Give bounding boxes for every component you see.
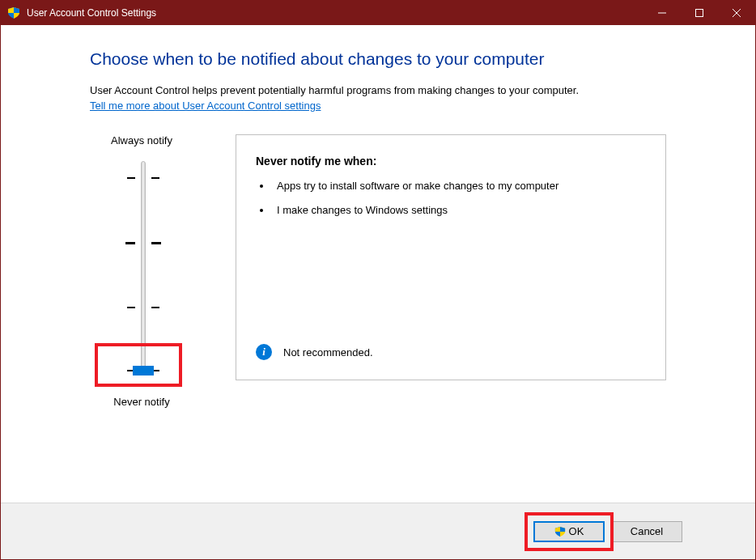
titlebar: User Account Control Settings — [1, 1, 755, 25]
svg-rect-1 — [696, 10, 703, 17]
slider-tick — [151, 177, 159, 179]
slider-column: Always notify Never notify — [90, 134, 193, 408]
notification-panel: Never notify me when: Apps try to instal… — [236, 134, 666, 380]
dialog-footer: OK Cancel — [1, 503, 755, 559]
uac-slider[interactable] — [101, 161, 182, 388]
close-button[interactable] — [718, 1, 755, 25]
shield-icon — [554, 526, 566, 537]
slider-label-bottom: Never notify — [90, 396, 193, 408]
window-buttons — [643, 1, 755, 25]
cancel-button-label: Cancel — [631, 525, 663, 537]
panel-bullet: Apps try to install software or make cha… — [272, 179, 646, 193]
slider-tick — [151, 307, 159, 308]
page-description: User Account Control helps prevent poten… — [90, 83, 723, 98]
minimize-button[interactable] — [643, 1, 681, 25]
shield-icon — [7, 6, 20, 19]
recommendation-text: Not recommended. — [283, 346, 373, 358]
slider-tick — [127, 177, 135, 179]
panel-title: Never notify me when: — [256, 155, 646, 168]
panel-bullet-list: Apps try to install software or make cha… — [272, 179, 646, 218]
slider-thumb[interactable] — [133, 366, 154, 375]
slider-tick — [151, 242, 161, 244]
maximize-button[interactable] — [681, 1, 718, 25]
window-title: User Account Control Settings — [27, 7, 643, 19]
slider-tick — [127, 307, 135, 308]
content-area: Choose when to be notified about changes… — [1, 25, 755, 503]
slider-tick — [125, 242, 135, 244]
slider-label-top: Always notify — [90, 134, 193, 146]
recommendation-row: i Not recommended. — [256, 344, 373, 360]
panel-bullet: I make changes to Windows settings — [272, 203, 646, 218]
page-heading: Choose when to be notified about changes… — [90, 49, 723, 69]
ok-button[interactable]: OK — [533, 521, 605, 542]
learn-more-link[interactable]: Tell me more about User Account Control … — [90, 100, 321, 112]
info-icon: i — [256, 344, 272, 360]
cancel-button[interactable]: Cancel — [611, 521, 682, 542]
ok-button-label: OK — [569, 525, 584, 537]
slider-track — [141, 161, 146, 371]
